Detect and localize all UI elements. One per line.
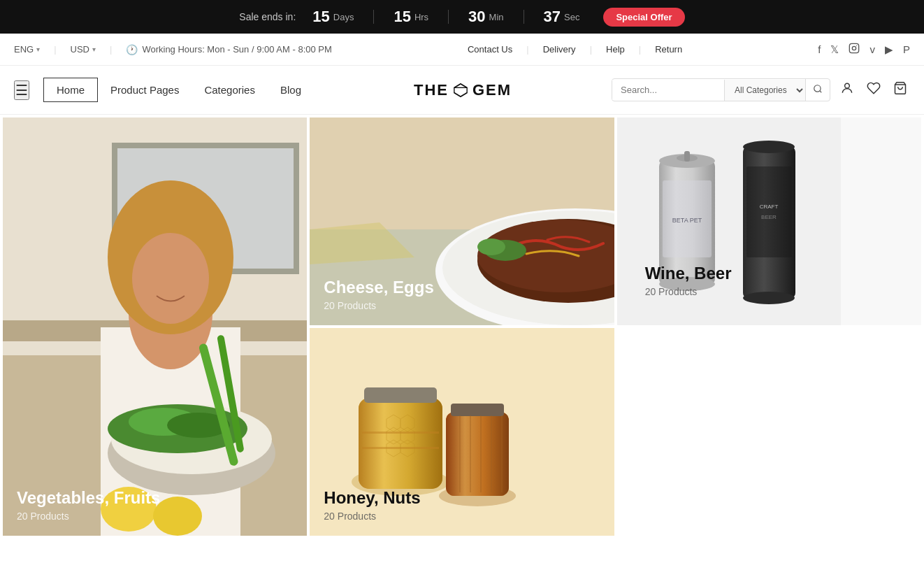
countdown-days: 15 Days [312, 8, 354, 26]
nav-home[interactable]: Home [43, 78, 98, 102]
svg-line-10 [820, 91, 822, 93]
instagram-icon[interactable] [849, 43, 860, 56]
logo-text-the: THE [414, 81, 449, 99]
special-offer-button[interactable]: Special Offer [603, 8, 684, 27]
countdown-separator-2 [448, 10, 449, 24]
sale-text: Sale ends in: [239, 11, 296, 22]
svg-rect-74 [362, 432, 439, 434]
pinterest-icon[interactable]: P [903, 43, 910, 55]
search-button[interactable] [805, 79, 830, 101]
hamburger-menu-button[interactable]: ☰ [14, 80, 29, 100]
countdown-separator-1 [373, 10, 374, 24]
category-cheese-eggs[interactable]: Cheese, Eggs 20 Products [310, 117, 614, 325]
svg-rect-0 [850, 43, 859, 52]
svg-line-6 [461, 83, 467, 87]
language-chevron-icon: ▾ [36, 45, 40, 53]
account-icon [840, 81, 854, 95]
vegetables-fruits-count: 20 Products [17, 511, 160, 522]
separator-2: | [110, 44, 112, 55]
honey-nuts-count: 20 Products [324, 511, 420, 522]
honey-nuts-title: Honey, Nuts [324, 488, 420, 508]
cheese-eggs-count: 20 Products [324, 300, 433, 311]
category-vegetables-fruits[interactable]: Vegetables, Fruits 20 Products [3, 117, 307, 536]
svg-line-5 [454, 83, 461, 87]
svg-rect-66 [359, 398, 442, 489]
currency-selector[interactable]: USD ▾ [71, 44, 96, 55]
category-wine-beer[interactable]: BETA PET CRAFT BEER Wine, Beer 20 Produc… [617, 117, 921, 325]
hrs-number: 15 [394, 8, 410, 26]
cart-icon [893, 81, 907, 95]
wishlist-button[interactable] [864, 78, 883, 101]
days-label: Days [333, 12, 354, 22]
return-link[interactable]: Return [644, 44, 693, 55]
logo-gem-icon [453, 83, 468, 98]
svg-point-59 [743, 292, 795, 304]
delivery-link[interactable]: Delivery [532, 44, 587, 55]
cheese-eggs-content: Cheese, Eggs 20 Products [310, 264, 447, 325]
days-number: 15 [312, 8, 329, 26]
svg-text:CRAFT: CRAFT [759, 204, 778, 210]
wine-beer-count: 20 Products [645, 286, 732, 297]
search-container[interactable]: All Categories [612, 78, 830, 101]
product-category-grid: Vegetables, Fruits 20 Products [0, 115, 924, 539]
svg-rect-67 [364, 387, 437, 403]
svg-rect-75 [362, 447, 439, 449]
vegetables-fruits-title: Vegetables, Fruits [17, 488, 160, 508]
working-hours-text: Working Hours: Mon - Sun / 9:00 AM - 8:0… [142, 44, 331, 55]
svg-line-7 [454, 92, 461, 97]
clock-icon: 🕐 [126, 44, 138, 55]
vimeo-icon[interactable]: v [869, 43, 875, 55]
category-honey-nuts[interactable]: Honey, Nuts 20 Products [310, 328, 614, 536]
honey-nuts-content: Honey, Nuts 20 Products [324, 488, 420, 522]
sec-label: Sec [564, 12, 579, 22]
currency-chevron-icon: ▾ [92, 45, 96, 53]
search-input[interactable] [612, 80, 724, 100]
sec-number: 37 [544, 8, 561, 26]
main-nav: ☰ Home Product Pages Categories Blog THE… [0, 66, 924, 115]
hrs-label: Hrs [414, 12, 428, 22]
logo-text-gem: GEM [472, 81, 512, 99]
secondary-nav-center: Contact Us | Delivery | Help | Return [456, 44, 693, 55]
svg-text:BETA PET: BETA PET [672, 217, 702, 224]
countdown-separator-3 [524, 10, 524, 24]
heart-icon [867, 81, 881, 95]
twitter-icon[interactable]: 𝕏 [830, 43, 839, 56]
wine-beer-title: Wine, Beer [645, 264, 732, 283]
nav-categories[interactable]: Categories [192, 78, 268, 101]
countdown-sec: 37 Sec [544, 8, 580, 26]
social-icons: f 𝕏 v ▶ P [818, 43, 910, 56]
language-value: ENG [14, 44, 34, 55]
youtube-icon[interactable]: ▶ [885, 43, 893, 56]
wine-beer-content: Wine, Beer 20 Products [631, 250, 746, 311]
facebook-icon[interactable]: f [818, 43, 821, 55]
svg-rect-60 [746, 166, 792, 257]
currency-value: USD [71, 44, 89, 55]
cart-button[interactable] [890, 78, 910, 101]
nav-product-pages[interactable]: Product Pages [98, 78, 192, 101]
vegetables-fruits-content: Vegetables, Fruits 20 Products [3, 474, 174, 536]
svg-rect-53 [684, 151, 690, 162]
search-category-select[interactable]: All Categories [724, 80, 805, 101]
nav-links: Home Product Pages Categories Blog [43, 78, 314, 102]
svg-point-45 [477, 238, 505, 255]
svg-point-11 [845, 83, 850, 88]
help-link[interactable]: Help [595, 44, 636, 55]
countdown-min: 30 Min [468, 8, 503, 26]
nav-blog[interactable]: Blog [268, 78, 314, 101]
min-number: 30 [468, 8, 485, 26]
secondary-nav-left: ENG ▾ | USD ▾ | 🕐 Working Hours: Mon - S… [14, 44, 332, 55]
secondary-nav: ENG ▾ | USD ▾ | 🕐 Working Hours: Mon - S… [0, 34, 924, 66]
svg-rect-78 [446, 412, 509, 496]
svg-point-58 [743, 141, 795, 153]
svg-text:BEER: BEER [761, 214, 777, 220]
account-button[interactable] [837, 78, 857, 101]
language-selector[interactable]: ENG ▾ [14, 44, 40, 55]
logo[interactable]: THE GEM [414, 81, 512, 99]
search-icon [813, 84, 823, 94]
separator-1: | [54, 44, 56, 55]
svg-line-8 [461, 92, 467, 97]
svg-point-9 [814, 85, 821, 92]
contact-us-link[interactable]: Contact Us [456, 44, 524, 55]
svg-marker-3 [454, 83, 467, 96]
nav-right: All Categories [612, 78, 910, 101]
